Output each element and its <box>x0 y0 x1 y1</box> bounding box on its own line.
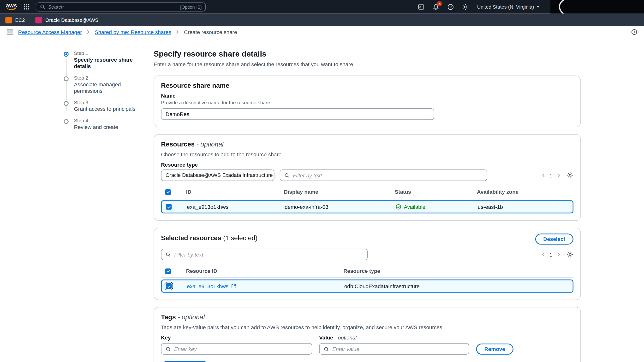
tag-value-column: Value - optional <box>319 335 469 355</box>
decorative-curve <box>553 0 571 13</box>
tag-key-label: Key <box>161 335 312 341</box>
resources-optional-label: - optional <box>196 141 224 148</box>
search-icon <box>284 173 290 178</box>
cell-status: Available <box>390 204 472 210</box>
notifications-button[interactable]: 5 <box>433 3 439 10</box>
step-2-title: Associate managed permissions <box>74 81 140 94</box>
cell-display-name: demo-exa-infra-03 <box>278 204 390 210</box>
oracle-database-service-icon <box>36 16 42 23</box>
aws-logo-text: aws <box>6 3 17 8</box>
aws-smile-icon <box>7 8 16 10</box>
resource-id-link[interactable]: exa_e913o1khws <box>187 283 236 289</box>
resources-pagination: 1 <box>542 172 574 178</box>
status-available: Available <box>396 204 426 210</box>
name-input[interactable] <box>166 111 430 117</box>
app-grid-icon[interactable] <box>24 4 29 9</box>
column-header-az: Availability zone <box>471 189 574 195</box>
remove-tag-button[interactable]: Remove <box>476 344 513 355</box>
resources-card: Resources - optional Choose the resource… <box>154 134 581 221</box>
tag-value-input[interactable] <box>332 346 464 352</box>
name-label: Name <box>161 93 574 99</box>
table-settings-button[interactable] <box>567 251 574 258</box>
decorative-corner <box>550 0 644 13</box>
aws-logo[interactable]: aws <box>6 3 17 10</box>
step-1-number: Step 1 <box>74 50 140 56</box>
global-search[interactable]: [Option+S] <box>36 2 206 11</box>
breadcrumb-chevron-icon <box>176 30 179 34</box>
cell-availability-zone: us-east-1b <box>472 204 572 210</box>
settings-button[interactable] <box>462 3 469 10</box>
status-available-icon <box>396 204 402 210</box>
tag-value-wrap <box>319 343 469 355</box>
tag-value-label: Value - optional <box>319 335 469 341</box>
prev-page-button[interactable] <box>542 173 545 177</box>
tag-key-column: Key <box>161 335 312 355</box>
prev-page-button[interactable] <box>542 252 545 257</box>
wizard-steps: Step 1 Specify resource share details St… <box>64 50 140 136</box>
favorite-oracle-database[interactable]: Oracle Database@AWS <box>36 16 98 23</box>
hamburger-menu-icon[interactable] <box>6 29 13 34</box>
search-icon <box>324 346 329 352</box>
wizard-step-1: Step 1 Specify resource share details <box>64 50 140 70</box>
resource-type-select[interactable]: Oracle Database@AWS Exadata Infrastructu… <box>161 169 274 181</box>
selected-filter-wrap <box>161 249 368 260</box>
table-settings-icon <box>567 251 574 258</box>
next-page-button[interactable] <box>558 173 560 177</box>
next-page-button[interactable] <box>558 252 560 257</box>
selected-table-row[interactable]: exa_e913o1khws odb:CloudExadataInfrastru… <box>161 280 574 293</box>
selected-filter-row: 1 <box>161 249 574 260</box>
column-header-resource-id: Resource ID <box>180 268 337 274</box>
favorites-bar: EC2 Oracle Database@AWS <box>0 13 644 26</box>
tag-row: Key Value - optional Remove <box>161 335 574 355</box>
breadcrumb-shared-by-me[interactable]: Shared by me: Resource shares <box>94 29 171 35</box>
resources-table-header: ID Display name Status Availability zone <box>161 186 574 198</box>
resource-table-row[interactable]: exa_e913o1khws demo-exa-infra-03 Availab… <box>161 200 574 213</box>
select-all-checkbox[interactable] <box>165 268 171 274</box>
column-header-display-name: Display name <box>278 189 388 195</box>
search-input[interactable] <box>48 4 177 9</box>
search-icon <box>40 4 45 9</box>
resources-description: Choose the resources to add to the resou… <box>161 151 574 158</box>
search-shortcut: [Option+S] <box>180 4 202 9</box>
breadcrumb-chevron-icon <box>87 30 90 34</box>
tags-card: Tags - optional Tags are key-value pairs… <box>154 307 581 362</box>
table-settings-button[interactable] <box>567 172 574 178</box>
row-checkbox[interactable] <box>166 283 172 289</box>
history-button[interactable] <box>631 29 638 35</box>
resources-filter-wrap <box>280 169 487 181</box>
resource-type-value: Oracle Database@AWS Exadata Infrastructu… <box>166 172 273 178</box>
main-column: Specify resource share details Enter a n… <box>154 50 581 362</box>
resources-card-title: Resources - optional <box>161 141 574 148</box>
region-selector[interactable]: United States (N. Virginia) <box>477 4 540 9</box>
tag-key-input[interactable] <box>174 346 308 352</box>
row-checkbox[interactable] <box>166 204 172 210</box>
wizard-step-4: Step 4 Review and create <box>64 118 140 130</box>
help-icon: ? <box>448 3 454 10</box>
add-new-tag-button[interactable]: Add new tag <box>161 361 209 362</box>
breadcrumb-ram[interactable]: Resource Access Manager <box>18 29 82 35</box>
cell-resource-id: exa_e913o1khws <box>181 283 338 289</box>
history-icon <box>631 29 638 35</box>
column-header-resource-type: Resource type <box>337 268 574 274</box>
select-all-checkbox[interactable] <box>165 189 171 195</box>
cloudshell-button[interactable] <box>418 3 424 10</box>
step-3-indicator <box>64 101 68 106</box>
name-hint: Provide a descriptive name for the resou… <box>161 100 574 105</box>
table-settings-icon <box>567 172 574 178</box>
svg-text:?: ? <box>450 4 452 9</box>
settings-icon <box>462 3 469 10</box>
selected-filter-input[interactable] <box>174 252 363 258</box>
step-3-number: Step 3 <box>74 100 135 105</box>
external-link-icon <box>231 283 236 289</box>
help-button[interactable]: ? <box>448 3 454 10</box>
favorite-ec2[interactable]: EC2 <box>5 16 25 23</box>
region-label: United States (N. Virginia) <box>477 4 534 9</box>
resources-filter-input[interactable] <box>293 172 483 178</box>
page-description: Enter a name for the resource share and … <box>154 61 581 67</box>
step-4-title: Review and create <box>74 124 118 130</box>
deselect-button[interactable]: Deselect <box>535 234 574 245</box>
ec2-service-icon <box>5 16 12 23</box>
name-card-title: Resource share name <box>161 82 574 89</box>
search-icon <box>166 346 171 352</box>
top-navigation-bar: aws [Option+S] 5 ? United States ( <box>0 0 644 13</box>
